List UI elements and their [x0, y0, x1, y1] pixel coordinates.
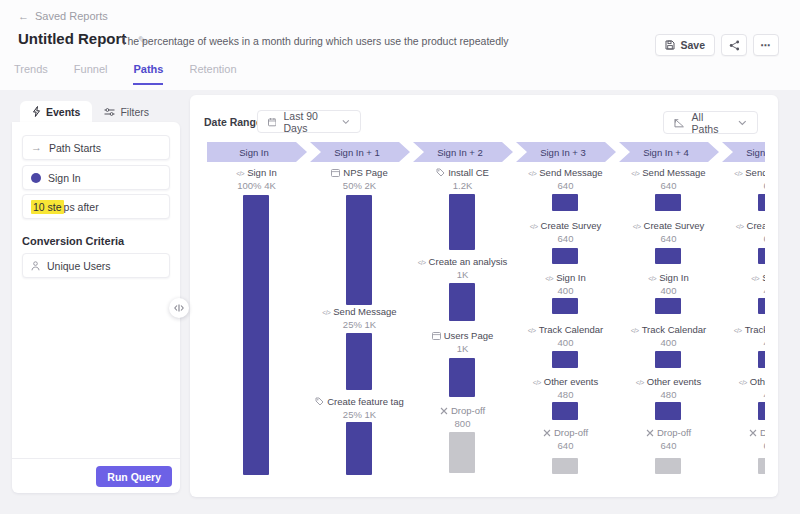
path-starts-row[interactable]: → Path Starts: [22, 135, 170, 160]
path-node-bar[interactable]: [449, 358, 475, 397]
path-node-value: 400: [514, 337, 617, 348]
path-node-label: </>Track Calendar: [514, 324, 617, 335]
code-icon: </>: [528, 170, 536, 177]
unique-users-row[interactable]: Unique Users: [22, 253, 170, 278]
code-icon: </>: [631, 327, 639, 334]
tab-trends[interactable]: Trends: [14, 63, 48, 85]
path-node-bar[interactable]: [346, 422, 372, 475]
sidebar-tabs: Events Filters: [20, 101, 161, 122]
date-range-dropdown[interactable]: Last 90 Days: [257, 110, 361, 133]
dropoff-bar[interactable]: [449, 432, 475, 473]
path-node-bar[interactable]: [552, 351, 578, 368]
sidebar-tab-filters[interactable]: Filters: [92, 101, 161, 122]
path-node-bar[interactable]: [758, 351, 765, 368]
path-column: </>Send Message640</>Create Survey640</>…: [514, 135, 617, 497]
paths-filter-dropdown[interactable]: All Paths: [663, 111, 758, 134]
path-node-name: Send Message: [333, 306, 396, 317]
path-node-label: </>Other events: [720, 376, 765, 387]
share-button[interactable]: [721, 34, 747, 56]
path-node-name: NPS Page: [343, 167, 387, 178]
run-query-button[interactable]: Run Query: [96, 466, 172, 487]
path-node-label: </>Sign In: [720, 272, 765, 283]
path-node-bar[interactable]: [655, 402, 681, 420]
path-node-bar[interactable]: [655, 248, 681, 264]
path-node-bar[interactable]: [758, 402, 765, 420]
path-node-name: Create Survey: [541, 220, 602, 231]
start-event-row[interactable]: Sign In: [22, 165, 170, 190]
path-node-name: Other events: [647, 376, 701, 387]
query-builder-panel: → Path Starts Sign In 10 steps after Con…: [12, 122, 180, 493]
arrow-left-icon: ←: [18, 10, 29, 22]
arrow-right-icon: →: [31, 142, 42, 153]
path-column: </>Sign In100% 4K: [205, 135, 308, 497]
page-icon: [432, 330, 441, 341]
app-root: ←Saved Reports Untitled Report ✎ The per…: [0, 0, 800, 514]
path-node-bar[interactable]: [346, 195, 372, 305]
path-node-value: 480: [514, 389, 617, 400]
path-node-name: Send Message: [745, 167, 765, 178]
tab-retention[interactable]: Retention: [189, 63, 236, 85]
path-node-bar[interactable]: [758, 194, 765, 211]
path-node-value: 640: [720, 180, 765, 191]
unique-users-label: Unique Users: [47, 260, 111, 272]
code-icon: </>: [734, 327, 742, 334]
path-column: </>Send Message640</>Create Survey640</>…: [720, 135, 765, 497]
path-flow-viewport: Sign InSign In + 1Sign In + 2Sign In + 3…: [190, 135, 765, 497]
header-actions: Save ⋯: [655, 34, 779, 56]
path-node-value: 25% 1K: [308, 409, 411, 420]
code-icon: </>: [418, 259, 426, 266]
path-node-bar[interactable]: [243, 195, 269, 475]
path-starts-label: Path Starts: [49, 142, 101, 154]
more-options-button[interactable]: ⋯: [753, 34, 779, 56]
path-node-value: 1K: [411, 343, 514, 354]
code-icon: </>: [631, 170, 639, 177]
path-node-bar[interactable]: [552, 298, 578, 314]
dropoff-bar[interactable]: [758, 458, 765, 474]
path-node-label: Drop-off: [514, 427, 617, 438]
path-node-label: Drop-off: [617, 427, 720, 438]
path-node-bar[interactable]: [655, 298, 681, 314]
back-to-saved-reports-link[interactable]: ←Saved Reports: [18, 10, 108, 22]
path-node-bar[interactable]: [758, 248, 765, 264]
resize-icon: [174, 304, 184, 312]
dropoff-bar[interactable]: [552, 458, 578, 474]
path-node-bar[interactable]: [552, 248, 578, 264]
path-node-value: 640: [720, 233, 765, 244]
x-icon: [440, 405, 448, 416]
path-node-bar[interactable]: [449, 194, 475, 250]
path-node-name: Track Calendar: [642, 324, 707, 335]
path-column: Install CE1.2K</>Create an analysis1KUse…: [411, 135, 514, 497]
dropoff-bar[interactable]: [655, 458, 681, 474]
path-node-name: Sign In: [762, 272, 765, 283]
path-node-label: </>Create Survey: [514, 220, 617, 231]
chevron-down-icon: [342, 119, 350, 125]
paths-filter-value: All Paths: [692, 111, 732, 135]
calendar-icon: [268, 117, 276, 127]
code-icon: </>: [236, 170, 244, 177]
path-node-name: Track Calendar: [539, 324, 604, 335]
path-node-value: 400: [617, 337, 720, 348]
path-node-bar[interactable]: [449, 283, 475, 321]
path-node-value: 400: [720, 285, 765, 296]
path-node-label: </>Create Survey: [720, 220, 765, 231]
path-node-name: Create Survey: [747, 220, 765, 231]
steps-after-row[interactable]: 10 steps after: [22, 194, 170, 219]
tab-funnel[interactable]: Funnel: [74, 63, 108, 85]
paths-chart-card: Date Range Last 90 Days All Paths Sign I…: [190, 95, 778, 497]
sidebar-tab-events[interactable]: Events: [20, 101, 92, 122]
path-node-bar[interactable]: [758, 298, 765, 314]
path-node-bar[interactable]: [552, 194, 578, 211]
tab-paths[interactable]: Paths: [133, 63, 163, 85]
save-button[interactable]: Save: [655, 34, 715, 56]
code-icon: </>: [533, 379, 541, 386]
path-node-bar[interactable]: [655, 351, 681, 368]
path-node-name: Create Survey: [644, 220, 705, 231]
path-node-bar[interactable]: [655, 194, 681, 211]
path-node-value: 640: [514, 180, 617, 191]
chevron-down-icon: [738, 120, 747, 126]
path-node-label: </>Other events: [617, 376, 720, 387]
path-node-bar[interactable]: [346, 333, 372, 390]
path-node-name: Create an analysis: [429, 256, 508, 267]
path-node-bar[interactable]: [552, 402, 578, 420]
panel-resize-handle[interactable]: [169, 298, 189, 318]
